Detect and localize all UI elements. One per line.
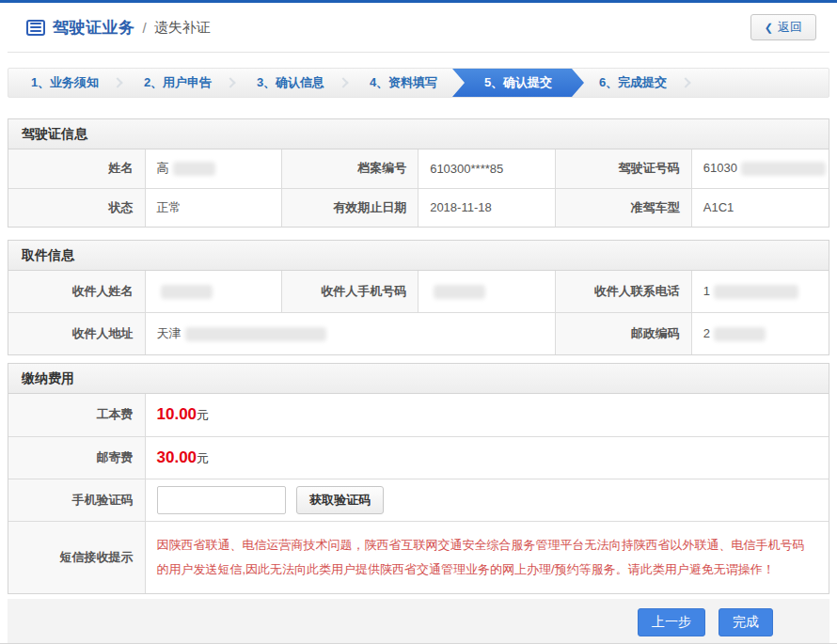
step-5-active[interactable]: 5、确认提交 bbox=[452, 69, 584, 97]
step-4[interactable]: 4、资料填写 bbox=[347, 69, 460, 97]
section-license-info: 驾驶证信息 姓名 高 档案编号 610300****85 驾驶证号码 61030… bbox=[8, 118, 829, 228]
step-label: 6、完成提交 bbox=[599, 74, 667, 91]
license-no-label: 驾驶证号码 bbox=[555, 149, 691, 188]
vehicle-class-value: A1C1 bbox=[691, 188, 829, 227]
postcode-label: 邮政编码 bbox=[555, 312, 691, 354]
section-pickup-info: 取件信息 收件人姓名 收件人手机号码 收件人联系电话 1 收件人地址 天津 邮政… bbox=[8, 240, 829, 355]
work-fee-amount: 10.00 bbox=[157, 405, 197, 423]
spacer bbox=[8, 98, 829, 118]
post-fee-label: 邮寄费 bbox=[8, 436, 145, 479]
step-separator-icon bbox=[680, 77, 690, 87]
recipient-name-value bbox=[145, 271, 282, 312]
recipient-mobile-label: 收件人手机号码 bbox=[282, 271, 418, 312]
table-row: 短信接收提示 因陕西省联通、电信运营商技术问题，陕西省互联网交通安全综合服务管理… bbox=[8, 521, 829, 593]
table-row: 工本费 10.00元 bbox=[8, 394, 829, 436]
chevron-left-icon: ❮ bbox=[765, 22, 773, 34]
section-title-pickup: 取件信息 bbox=[8, 241, 829, 271]
file-no-value: 610300****85 bbox=[418, 149, 556, 188]
section-title-fees: 缴纳费用 bbox=[8, 364, 829, 394]
previous-step-button[interactable]: 上一步 bbox=[638, 608, 705, 636]
work-fee-value: 10.00元 bbox=[145, 394, 829, 436]
list-icon bbox=[26, 20, 45, 36]
redacted-value bbox=[173, 162, 215, 176]
redacted-value bbox=[741, 162, 826, 176]
fees-table: 工本费 10.00元 邮寄费 30.00元 手机验证码 获取验证码 短信接收提 bbox=[8, 394, 829, 593]
steps-tail bbox=[689, 69, 829, 97]
table-row: 姓名 高 档案编号 610300****85 驾驶证号码 61030 bbox=[8, 149, 829, 188]
sms-notice-cell: 因陕西省联通、电信运营商技术问题，陕西省互联网交通安全综合服务管理平台无法向持陕… bbox=[145, 521, 829, 593]
step-6[interactable]: 6、完成提交 bbox=[576, 69, 689, 97]
finish-button[interactable]: 完成 bbox=[719, 608, 773, 636]
redacted-value bbox=[161, 285, 213, 299]
sms-notice-label: 短信接收提示 bbox=[8, 521, 145, 593]
redacted-value bbox=[714, 327, 766, 341]
recipient-name-label: 收件人姓名 bbox=[8, 271, 145, 312]
breadcrumb-current: 遗失补证 bbox=[154, 19, 211, 37]
recipient-phone-value: 1 bbox=[691, 271, 829, 312]
get-code-button[interactable]: 获取验证码 bbox=[296, 486, 384, 514]
postcode-value: 2 bbox=[691, 312, 829, 354]
sms-code-label: 手机验证码 bbox=[8, 479, 145, 521]
work-fee-label: 工本费 bbox=[8, 394, 145, 436]
post-fee-amount: 30.00 bbox=[157, 448, 197, 466]
file-no-label: 档案编号 bbox=[282, 149, 418, 188]
back-button-label: 返回 bbox=[778, 19, 802, 36]
pickup-info-table: 收件人姓名 收件人手机号码 收件人联系电话 1 收件人地址 天津 邮政编码 2 bbox=[8, 271, 829, 354]
address-value: 天津 bbox=[145, 312, 555, 354]
work-fee-unit: 元 bbox=[197, 408, 209, 422]
step-3[interactable]: 3、确认信息 bbox=[234, 69, 347, 97]
step-label: 2、用户申告 bbox=[144, 74, 212, 91]
step-label: 3、确认信息 bbox=[257, 74, 324, 91]
table-row: 状态 正常 有效期止日期 2018-11-18 准驾车型 A1C1 bbox=[8, 188, 829, 227]
page-title: 驾驶证业务 bbox=[53, 17, 135, 39]
table-row: 收件人地址 天津 邮政编码 2 bbox=[8, 312, 829, 354]
spacer bbox=[8, 228, 829, 240]
footer-actions: 上一步 完成 bbox=[8, 599, 829, 644]
section-title-license: 驾驶证信息 bbox=[8, 119, 829, 149]
back-button[interactable]: ❮ 返回 bbox=[750, 14, 816, 40]
status-value: 正常 bbox=[145, 188, 282, 227]
step-label: 5、确认提交 bbox=[484, 74, 552, 91]
name-label: 姓名 bbox=[8, 149, 145, 188]
breadcrumb: 驾驶证业务 / 遗失补证 bbox=[26, 17, 211, 39]
step-navigation: 1、业务须知2、用户申告3、确认信息4、资料填写5、确认提交6、完成提交 bbox=[8, 68, 829, 98]
redacted-value bbox=[434, 285, 485, 299]
license-no-value: 61030 bbox=[691, 149, 829, 188]
sms-code-cell: 获取验证码 bbox=[145, 479, 829, 521]
name-value: 高 bbox=[145, 149, 282, 188]
step-1[interactable]: 1、业务须知 bbox=[8, 69, 121, 97]
status-label: 状态 bbox=[8, 188, 145, 227]
step-label: 4、资料填写 bbox=[370, 74, 437, 91]
recipient-phone-label: 收件人联系电话 bbox=[555, 271, 691, 312]
section-fees: 缴纳费用 工本费 10.00元 邮寄费 30.00元 手机验证码 获取验证码 bbox=[8, 363, 829, 594]
step-2[interactable]: 2、用户申告 bbox=[121, 69, 234, 97]
table-row: 收件人姓名 收件人手机号码 收件人联系电话 1 bbox=[8, 271, 829, 312]
redacted-value bbox=[714, 285, 798, 299]
address-label: 收件人地址 bbox=[8, 312, 145, 354]
spacer bbox=[8, 355, 829, 363]
page: 驾驶证业务 / 遗失补证 ❮ 返回 1、业务须知2、用户申告3、确认信息4、资料… bbox=[0, 3, 837, 644]
valid-until-label: 有效期止日期 bbox=[282, 188, 418, 227]
sms-notice-text: 因陕西省联通、电信运营商技术问题，陕西省互联网交通安全综合服务管理平台无法向持陕… bbox=[157, 533, 814, 582]
post-fee-unit: 元 bbox=[197, 451, 209, 465]
sms-code-input[interactable] bbox=[157, 486, 286, 514]
post-fee-value: 30.00元 bbox=[145, 436, 829, 479]
valid-until-value: 2018-11-18 bbox=[418, 188, 556, 227]
table-row: 手机验证码 获取验证码 bbox=[8, 479, 829, 521]
breadcrumb-separator: / bbox=[143, 20, 147, 36]
page-header: 驾驶证业务 / 遗失补证 ❮ 返回 bbox=[8, 3, 829, 53]
step-label: 1、业务须知 bbox=[31, 74, 99, 91]
redacted-value bbox=[185, 327, 326, 341]
vehicle-class-label: 准驾车型 bbox=[555, 188, 691, 227]
recipient-mobile-value bbox=[418, 271, 556, 312]
license-info-table: 姓名 高 档案编号 610300****85 驾驶证号码 61030 状态 正常… bbox=[8, 149, 829, 227]
table-row: 邮寄费 30.00元 bbox=[8, 436, 829, 479]
